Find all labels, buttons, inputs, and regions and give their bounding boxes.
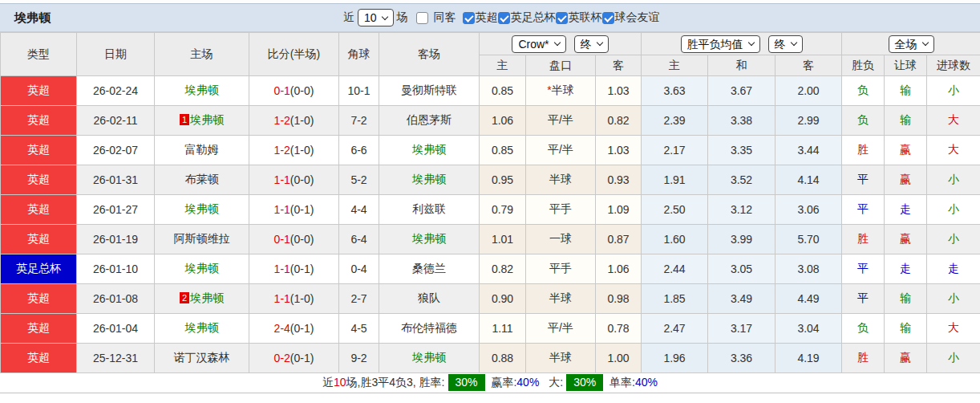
half-time-score: (0-1) [290,322,314,335]
toolbar: 埃弗顿 近 10 场 同客 英超 英足总杯 英联杯 球会友谊 [0,3,980,32]
avg-home-odds: 1.60 [642,225,708,254]
half-time-score: (0-1) [290,203,314,216]
give-result-cell: 赢 [885,165,927,195]
avg-home-odds: 3.63 [642,76,708,106]
sub-header-avg-draw: 和 [708,55,775,76]
result-cell: 胜 [842,225,885,254]
result-cell: 胜 [842,136,885,165]
corner-score: 2-7 [339,284,379,314]
half-time-score: (0-1) [290,352,314,364]
avg-away-odds: 3.08 [775,254,842,284]
handicap-name: 平/半 [548,143,573,156]
summary-count: 10 [334,376,346,389]
avg-odds-select[interactable]: 胜平负均值 [681,35,760,53]
away-team-cell: 曼彻斯特联 [379,76,480,106]
league-badge: 英足总杯 [1,254,77,284]
away-team-name: 桑德兰 [412,262,446,275]
avg-draw-odds: 3.49 [708,284,775,314]
odds-company-value: Crow* [518,38,549,51]
give-result-cell: 赢 [885,225,927,254]
big-rate-badge: 30% [566,374,603,391]
league-badge: 英超 [1,76,77,106]
filter-checkbox[interactable] [498,12,510,24]
score-cell: 0-1(0-0) [249,76,339,106]
result-cell: 胜 [842,344,885,373]
corner-score: 4-4 [339,195,379,225]
filter-checkbox[interactable] [602,12,614,24]
away-team-cell: 埃弗顿 [379,225,480,254]
match-date: 26-01-27 [77,195,155,225]
filter-item[interactable]: 英联杯 [556,10,602,25]
handicap-cell: 平/半 [526,136,596,165]
away-team-name: 曼彻斯特联 [401,83,457,96]
home-team-cell: 1埃弗顿 [155,106,249,136]
half-time-score: (1-0) [290,114,314,127]
league-badge: 英超 [1,314,77,344]
chevron-down-icon [553,39,560,46]
chevron-down-icon [747,39,754,46]
avg-home-odds: 2.17 [642,136,708,165]
league-badge: 英超 [1,195,77,225]
filter-item[interactable]: 同客 [416,10,463,25]
league-badge: 英超 [1,225,77,254]
handicap-time-value: 终 [581,38,592,51]
filter-checkbox[interactable] [556,12,568,24]
odds-company-select[interactable]: Crow* [512,35,565,53]
home-team-cell: 诺丁汉森林 [155,344,249,373]
goals-result-cell: 小 [927,76,980,106]
sub-header-avg-away: 客 [775,55,842,76]
filter-item[interactable]: 英超 [463,10,498,25]
col-header-date: 日期 [77,33,155,76]
match-date: 25-12-31 [77,344,155,373]
half-time-score: (0-0) [290,173,314,186]
handicap-cell: 半球 [526,344,596,373]
filter-checkbox[interactable] [463,12,475,24]
half-time-score: (1-0) [290,292,314,305]
home-team-cell: 埃弗顿 [155,314,249,344]
match-history-panel: 埃弗顿 近 10 场 同客 英超 英足总杯 英联杯 球会友谊 [0,0,980,403]
avg-draw-odds: 3.35 [708,136,775,165]
ah-home-odds: 1.01 [480,225,526,254]
ah-away-odds: 0.87 [596,225,642,254]
away-team-cell: 伯恩茅斯 [379,106,480,136]
avg-time-select[interactable]: 终 [768,35,803,53]
ah-home-odds: 1.06 [480,106,526,136]
match-row: 英超 26-01-31 布莱顿 1-1(0-0) 5-2 埃弗顿 0.95 半球… [1,165,980,195]
recent-count-value: 10 [364,11,377,24]
away-team-name: 狼队 [418,291,440,304]
give-result-cell: 赢 [885,136,927,165]
filter-checkbox[interactable] [416,12,428,24]
home-team-cell: 埃弗顿 [155,254,249,284]
corner-score: 9-2 [339,344,379,373]
scope-select[interactable]: 全场 [889,35,934,53]
filter-item[interactable]: 英足总杯 [498,10,556,25]
filter-label: 英联杯 [569,10,602,25]
handicap-name: 平手 [549,262,572,275]
filter-list: 同客 英超 英足总杯 英联杯 球会友谊 [416,10,660,25]
ah-home-odds: 0.90 [480,284,526,314]
home-team-name: 埃弗顿 [185,202,219,215]
handicap-cell: 平手 [526,254,596,284]
home-team-name: 布莱顿 [185,173,219,185]
avg-home-odds: 2.39 [642,106,708,136]
league-badge: 英超 [1,165,77,195]
recent-count-select[interactable]: 10 [358,9,394,26]
home-team-cell: 布莱顿 [155,165,249,195]
league-badge: 英超 [1,136,77,165]
col-header-score: 比分(半场) [249,33,339,76]
filter-item[interactable]: 球会友谊 [602,10,660,25]
home-team-cell: 埃弗顿 [155,195,249,225]
rank-badge: 2 [180,292,189,303]
result-cell: 负 [842,314,885,344]
avg-away-odds: 5.70 [775,225,842,254]
match-table-body: 英超 26-02-24 埃弗顿 0-1(0-0) 10-1 曼彻斯特联 0.85… [1,76,980,373]
scope-value: 全场 [895,38,917,51]
chevron-down-icon [921,39,928,46]
handicap-name: 半球 [552,83,574,96]
ah-away-odds: 1.03 [596,136,642,165]
full-time-score: 1-2 [274,114,290,127]
handicap-time-select[interactable]: 终 [574,35,609,53]
sub-header-give: 让球 [885,55,927,76]
match-date: 26-01-19 [77,225,155,254]
match-date: 26-01-08 [77,284,155,314]
